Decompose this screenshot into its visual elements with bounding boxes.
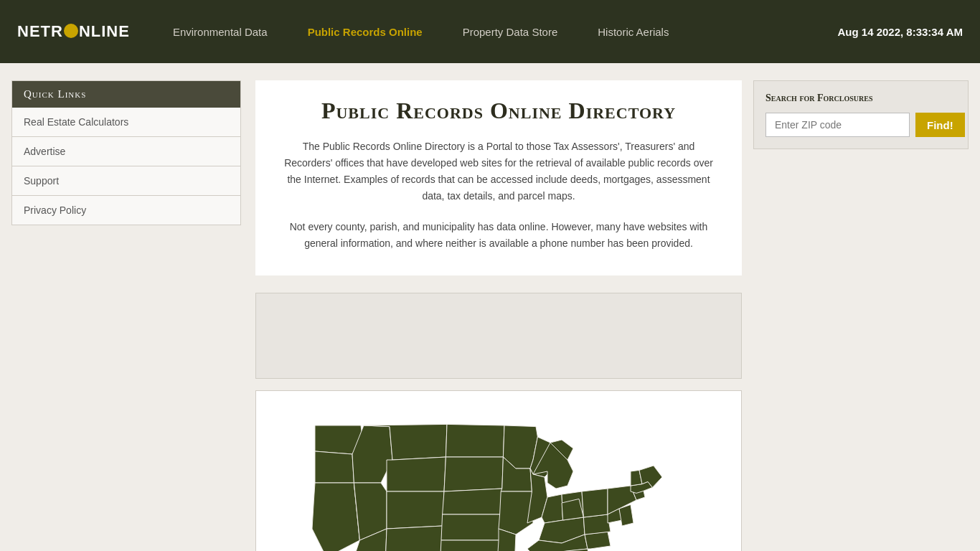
- foreclosure-search-box: Search for Forclosures Find!: [753, 80, 969, 149]
- page-title: Public Records Online Directory: [284, 98, 713, 124]
- find-button[interactable]: Find!: [915, 113, 965, 137]
- quick-links-box: Quick Links Real Estate Calculators Adve…: [11, 80, 241, 225]
- sidebar-item-privacy-policy[interactable]: Privacy Policy: [12, 196, 240, 225]
- sidebar-item-real-estate-calculators[interactable]: Real Estate Calculators: [12, 108, 240, 137]
- us-map-section: [255, 390, 742, 551]
- us-map-svg[interactable]: [269, 402, 728, 551]
- logo-text-nline: NLINE: [79, 22, 130, 41]
- us-map-container: [268, 402, 730, 551]
- state-sd[interactable]: [444, 457, 503, 491]
- foreclosure-search-row: Find!: [765, 113, 956, 137]
- state-nd[interactable]: [446, 424, 504, 457]
- content-area: Public Records Online Directory The Publ…: [255, 80, 742, 551]
- site-logo: NETRNLINE: [17, 22, 130, 41]
- right-panel: Search for Forclosures Find!: [753, 80, 969, 149]
- advertisement-banner: [255, 293, 742, 379]
- foreclosure-search-title: Search for Forclosures: [765, 93, 956, 104]
- state-ks[interactable]: [441, 514, 501, 540]
- state-nj[interactable]: [619, 504, 633, 526]
- nav-property-data-store[interactable]: Property Data Store: [443, 0, 578, 63]
- state-wy[interactable]: [387, 457, 446, 491]
- state-nm[interactable]: [385, 526, 443, 551]
- state-co[interactable]: [387, 491, 444, 529]
- state-pa[interactable]: [582, 489, 608, 517]
- state-ca[interactable]: [312, 483, 359, 551]
- site-header: NETRNLINE Environmental Data Public Reco…: [0, 0, 980, 63]
- state-mo[interactable]: [499, 491, 533, 534]
- datetime-display: Aug 14 2022, 8:33:34 AM: [837, 26, 963, 38]
- nav-public-records-online[interactable]: Public Records Online: [288, 0, 443, 63]
- quick-links-header: Quick Links: [12, 81, 240, 108]
- main-nav: Environmental Data Public Records Online…: [153, 0, 838, 63]
- sidebar-item-advertise[interactable]: Advertise: [12, 137, 240, 166]
- nav-historic-aerials[interactable]: Historic Aerials: [578, 0, 689, 63]
- state-va[interactable]: [583, 514, 611, 534]
- page-title-section: Public Records Online Directory The Publ…: [255, 80, 742, 276]
- sidebar-item-support[interactable]: Support: [12, 166, 240, 196]
- state-ok[interactable]: [440, 540, 499, 551]
- state-ne[interactable]: [443, 489, 502, 514]
- description-paragraph-2: Not every county, parish, and municipali…: [284, 219, 713, 263]
- zip-code-input[interactable]: [765, 113, 910, 137]
- nav-environmental-data[interactable]: Environmental Data: [153, 0, 288, 63]
- state-or[interactable]: [315, 451, 354, 483]
- logo-area[interactable]: NETRNLINE: [17, 22, 130, 41]
- main-layout: Quick Links Real Estate Calculators Adve…: [0, 63, 980, 551]
- logo-text-netr: NETR: [17, 22, 63, 41]
- logo-globe-icon: [64, 24, 78, 38]
- description-paragraph-1: The Public Records Online Directory is a…: [284, 138, 713, 204]
- sidebar: Quick Links Real Estate Calculators Adve…: [11, 80, 241, 225]
